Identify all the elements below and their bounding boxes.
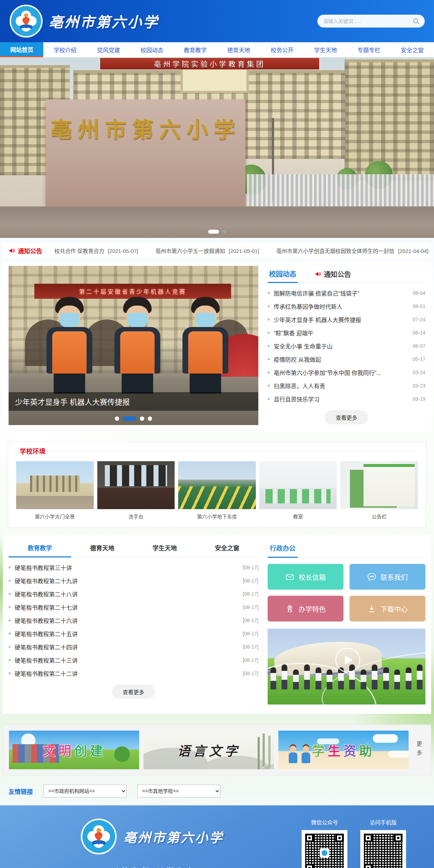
news-item[interactable]: 疫情防控 从我做起05-17 <box>268 352 425 366</box>
news-item[interactable]: 且行且思快乐学习03-19 <box>268 392 425 405</box>
gov-sites-select[interactable]: ==市政府机构网站== <box>44 785 127 798</box>
school-video-thumbnail[interactable] <box>268 629 425 704</box>
article-item[interactable]: 硬笔楷书教程第二十五讲[08-17] <box>9 627 258 640</box>
kid-graphic <box>288 746 298 764</box>
tab-moral[interactable]: 德育天地 <box>71 540 134 557</box>
notice-item[interactable]: 校共合作 促教育合力[2021-05-07] <box>54 247 138 254</box>
photo-garage[interactable] <box>178 461 256 509</box>
photo-washstand[interactable] <box>97 461 175 509</box>
news-tabs: 校园动态 通知公告 <box>268 266 425 283</box>
photo-gate[interactable] <box>16 461 94 509</box>
notice-label: 通知公告 <box>9 246 42 255</box>
tab-safety[interactable]: 安全之窗 <box>196 540 259 557</box>
medal-icon <box>285 604 294 613</box>
article-item[interactable]: 硬笔楷书教程第二十三讲[08-17] <box>9 653 258 667</box>
carousel-dot[interactable] <box>140 416 144 421</box>
school-features-button[interactable]: 办学特色 <box>268 596 343 621</box>
notice-item[interactable]: 亳州市第六小学五一放假通知[2021-05-01] <box>155 247 259 254</box>
environment-photos: 第六小学大门全景 洗手台 第六小学地下车库 教室 公告栏 <box>16 461 418 520</box>
principal-mailbox-button[interactable]: 校长信箱 <box>268 564 343 590</box>
tab-campus-news[interactable]: 校园动态 <box>268 266 298 283</box>
chat-icon <box>367 572 376 581</box>
environment-photo[interactable]: 教室 <box>259 461 337 520</box>
notice-title: 通知公告 <box>18 246 42 255</box>
article-tabs: 教育教学 德育天地 学生天地 安全之窗 <box>9 540 258 557</box>
carousel-dot[interactable] <box>123 416 136 421</box>
nav-item-students[interactable]: 学生天地 <box>304 42 347 57</box>
notice-items: 校共合作 促教育合力[2021-05-07] 亳州市第六小学五一放假通知[202… <box>54 247 431 254</box>
mobile-qr-code <box>360 830 406 868</box>
news-item[interactable]: “粽”飘香 迎端午06-14 <box>268 326 425 339</box>
hero-building-right <box>345 59 434 180</box>
tab-students[interactable]: 学生天地 <box>133 540 196 557</box>
carousel-dot[interactable] <box>115 416 119 421</box>
slider-dot[interactable] <box>208 230 219 234</box>
cloud-graphic <box>373 734 398 743</box>
nav-item-teaching[interactable]: 教育教学 <box>174 42 217 57</box>
nav-item-party[interactable]: 党风党建 <box>87 42 130 57</box>
article-item[interactable]: 硬笔楷书教程第二十八讲[08-17] <box>9 587 258 600</box>
mobile-qr-block: 访问手机版 <box>360 818 406 868</box>
slider-dot[interactable] <box>222 230 226 234</box>
banner-title: 学生资助 <box>312 741 375 759</box>
download-center-button[interactable]: 下载中心 <box>350 596 425 621</box>
photo-notice-board[interactable] <box>340 461 418 509</box>
admin-buttons: 校长信箱 联系我们 办学特色 下载中心 <box>268 564 425 621</box>
article-item[interactable]: 硬笔楷书教程第二十六讲[08-17] <box>9 614 258 627</box>
search-icon[interactable] <box>413 18 420 25</box>
nav-item-moral[interactable]: 德育天地 <box>217 42 260 57</box>
school-motto: 以德为行 以学为上 <box>81 865 224 868</box>
site-footer: 亳州市第六小学 以德为行 以学为上 微信公众号 访问手机版 Copyr <box>0 805 434 868</box>
news-item[interactable]: 扫黑除恶，人人有责03-23 <box>268 379 425 392</box>
article-item[interactable]: 硬笔楷书教程第三十讲[08-17] <box>9 561 258 574</box>
news-item[interactable]: 传承红色基因争做时代新人08-01 <box>268 299 425 313</box>
news-item[interactable]: 少年英才显身手 机器人大赛传捷报07-24 <box>268 313 425 326</box>
environment-photo[interactable]: 公告栏 <box>340 461 418 520</box>
article-item[interactable]: 硬笔楷书教程第二十七讲[08-17] <box>9 600 258 614</box>
student-figure <box>179 297 232 394</box>
articles-panel: 教育教学 德育天地 学生天地 安全之窗 硬笔楷书教程第三十讲[08-17] 硬笔… <box>9 540 258 704</box>
news-carousel[interactable]: 第二十届安徽省青少年机器人竞赛 少年英才显身手 机器人大赛传捷报 <box>9 266 258 425</box>
school-logo <box>81 818 117 855</box>
tab-teaching[interactable]: 教育教学 <box>9 540 71 557</box>
banner-civilization[interactable]: 文明创建 <box>9 731 139 769</box>
notice-item[interactable]: 亳州市第六小学创造无烟校园致全体师生的一封信[2021-04-04] <box>276 247 428 254</box>
hero-banner: 亳州学院实验小学教育集团 亳州市第六小学 <box>0 57 434 238</box>
tab-notices[interactable]: 通知公告 <box>313 266 352 282</box>
nav-item-safety[interactable]: 安全之窗 <box>391 42 434 57</box>
news-more-button[interactable]: 查看更多 <box>325 410 368 424</box>
footer-qr-codes: 微信公众号 访问手机版 <box>302 818 406 868</box>
gate-sign-wall: 亳州市第六小学 <box>46 99 245 207</box>
nav-item-special[interactable]: 专题专栏 <box>347 42 390 57</box>
article-list: 硬笔楷书教程第三十讲[08-17] 硬笔楷书教程第二十九讲[08-17] 硬笔楷… <box>9 561 258 680</box>
nav-item-home[interactable]: 网站首页 <box>0 42 43 57</box>
nav-item-school-affairs[interactable]: 校务公开 <box>260 42 304 57</box>
nav-item-campus-news[interactable]: 校园动态 <box>130 42 174 57</box>
environment-photo[interactable]: 第六小学大门全景 <box>16 461 94 520</box>
article-item[interactable]: 硬笔楷书教程第二十九讲[08-17] <box>9 574 258 587</box>
news-item[interactable]: 安全无小事 生命重于山06-07 <box>268 339 425 352</box>
contact-us-button[interactable]: 联系我们 <box>350 564 425 590</box>
envelope-icon <box>285 572 294 581</box>
environment-photo[interactable]: 洗手台 <box>97 461 175 520</box>
article-item[interactable]: 硬笔楷书教程第二十四讲[08-17] <box>9 640 258 653</box>
banner-language[interactable]: 语言文字 <box>143 731 274 769</box>
play-icon[interactable] <box>335 648 360 673</box>
notice-ticker: 通知公告 校共合作 促教育合力[2021-05-07] 亳州市第六小学五一放假通… <box>3 243 431 258</box>
search-input[interactable] <box>322 18 413 24</box>
environment-photo[interactable]: 第六小学地下车库 <box>178 461 256 520</box>
banners-more-button[interactable]: 更多 <box>413 731 425 769</box>
banner-student-aid[interactable]: 学生资助 <box>278 731 409 769</box>
carousel-dot[interactable] <box>148 416 152 421</box>
friendly-links-label: 友情链接 <box>9 787 33 796</box>
nav-item-about[interactable]: 学校介绍 <box>43 42 87 57</box>
gate-sign-text: 亳州市第六小学 <box>50 112 241 143</box>
news-item[interactable]: 亳州市第六小学参加“节水中国 你我同行”...03-24 <box>268 366 425 379</box>
wechat-qr-block: 微信公众号 <box>302 818 347 868</box>
articles-more-button[interactable]: 查看更多 <box>112 685 155 699</box>
photo-classroom[interactable] <box>259 461 337 509</box>
article-item[interactable]: 硬笔楷书教程第二十二讲[08-17] <box>9 667 258 680</box>
news-panel: 校园动态 通知公告 图解防电信诈骗 捂紧自己“钱袋子”08-04 传承红色基因争… <box>268 266 425 425</box>
news-item[interactable]: 图解防电信诈骗 捂紧自己“钱袋子”08-04 <box>268 286 425 299</box>
other-schools-select[interactable]: ==市其他学校== <box>137 785 220 798</box>
